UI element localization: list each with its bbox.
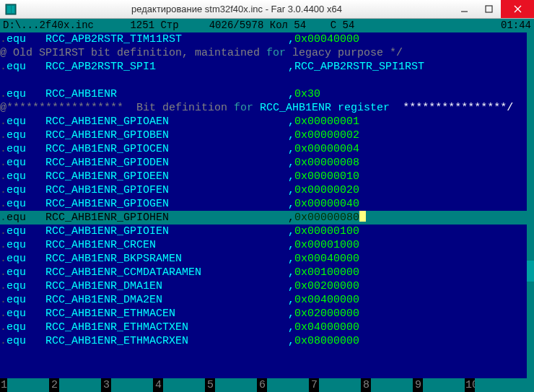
code-line[interactable] <box>0 74 534 87</box>
code-line[interactable]: .equRCC_AHB1ENR_DMA2EN,0x00400000 <box>0 293 534 307</box>
code-line[interactable]: .equRCC_AHB1ENR,0x30 <box>0 87 534 101</box>
fkey-6[interactable]: 6 <box>257 378 309 392</box>
fkey-4[interactable]: 4 <box>153 378 205 392</box>
status-col-label: Кол <box>270 19 288 32</box>
code-line[interactable]: .equRCC_AHB1ENR_CCMDATARAMEN,0x00100000 <box>0 266 534 279</box>
editor-viewport[interactable]: .equRCC_APB2RSTR_TIM11RST,0x00040000@ Ol… <box>0 32 534 378</box>
status-col: 54 <box>294 19 306 32</box>
text-cursor <box>359 211 366 222</box>
code-line[interactable]: .equRCC_AHB1ENR_GPIOBEN,0x00000002 <box>0 129 534 142</box>
code-line[interactable]: .equRCC_AHB1ENR_GPIOFEN,0x00000020 <box>0 183 534 197</box>
code-line[interactable]: .equRCC_AHB1ENR_GPIOCEN,0x00000004 <box>0 142 534 156</box>
fkey-2[interactable]: 2 <box>49 378 101 392</box>
code-line[interactable]: .equRCC_AHB1ENR_GPIOHEN,0x00000080 <box>0 211 534 225</box>
minimize-button[interactable] <box>452 0 476 18</box>
code-line[interactable]: .equRCC_AHB1ENR_GPIOIEN,0x00000100 <box>0 225 534 238</box>
fkey-8[interactable]: 8 <box>361 378 413 392</box>
code-line[interactable]: .equRCC_AHB1ENR_BKPSRAMEN,0x00040000 <box>0 252 534 266</box>
editor-status-bar: D:\...2f40x.inc 1251 Стр 4026/5978 Кол 5… <box>0 19 534 32</box>
fkey-3[interactable]: 3 <box>101 378 153 392</box>
code-line[interactable]: .equRCC_APB2RSTR_SPI1,RCC_APB2RSTR_SPI1R… <box>0 60 534 74</box>
status-time: 01:44 <box>501 19 531 32</box>
status-mode: Стр <box>160 19 178 32</box>
vertical-scrollbar[interactable] <box>527 32 534 378</box>
code-line[interactable]: .equRCC_AHB1ENR_ETHMACEN,0x02000000 <box>0 307 534 321</box>
code-line[interactable]: .equRCC_AHB1ENR_GPIOAEN,0x00000001 <box>0 115 534 129</box>
code-line[interactable]: @****************** Bit definition for R… <box>0 101 534 115</box>
status-codepage: 1251 <box>130 19 154 32</box>
function-key-bar: 12345678910 <box>0 378 534 392</box>
window-titlebar: редактирование stm32f40x.inc - Far 3.0.4… <box>0 0 534 19</box>
fkey-9[interactable]: 9 <box>413 378 465 392</box>
code-line[interactable]: .equRCC_AHB1ENR_GPIOGEN,0x00000040 <box>0 197 534 211</box>
status-path: D:\...2f40x.inc <box>3 19 94 32</box>
window-controls <box>452 0 534 18</box>
fkey-5[interactable]: 5 <box>205 378 257 392</box>
status-line: 4026/5978 <box>209 19 264 32</box>
code-line[interactable]: .equRCC_AHB1ENR_DMA1EN,0x00200000 <box>0 279 534 293</box>
svg-rect-3 <box>486 6 492 12</box>
svg-rect-2 <box>12 6 14 13</box>
fkey-7[interactable]: 7 <box>309 378 361 392</box>
far-app-icon <box>4 3 17 16</box>
maximize-button[interactable] <box>476 0 501 18</box>
code-line[interactable]: .equRCC_AHB1ENR_ETHMACTXEN,0x04000000 <box>0 321 534 334</box>
code-line[interactable]: .equRCC_APB2RSTR_TIM11RST,0x00040000 <box>0 32 534 46</box>
window-title: редактирование stm32f40x.inc - Far 3.0.4… <box>22 4 452 14</box>
code-line[interactable]: .equRCC_AHB1ENR_CRCEN,0x00001000 <box>0 238 534 252</box>
fkey-1[interactable]: 1 <box>0 378 49 392</box>
status-char-label: С <box>331 19 336 32</box>
status-char: 54 <box>343 19 355 32</box>
code-line[interactable]: .equRCC_AHB1ENR_GPIODEN,0x00000008 <box>0 156 534 170</box>
fkey-10[interactable]: 10 <box>465 378 504 392</box>
close-button[interactable] <box>501 0 534 18</box>
svg-rect-1 <box>7 6 11 13</box>
code-line[interactable]: .equRCC_AHB1ENR_GPIOEEN,0x00000010 <box>0 170 534 183</box>
code-line[interactable]: .equRCC_AHB1ENR_ETHMACRXEN,0x08000000 <box>0 334 534 348</box>
code-line[interactable]: @ Old SPI1RST bit definition, maintained… <box>0 46 534 60</box>
